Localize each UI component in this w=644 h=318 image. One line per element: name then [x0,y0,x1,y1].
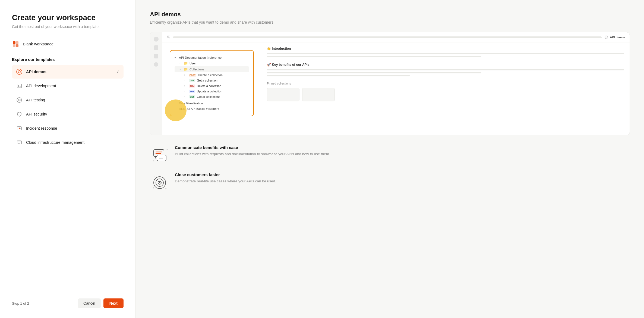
feature-desc-communicate: Build collections with requests and docu… [175,151,330,157]
preview-tree-wrapper: ▾ API Documentation #reference › 📁 User … [162,42,261,135]
yellow-circle-decoration [165,99,187,121]
sparkle-2: ✦ [166,148,168,151]
chevron-del-collection: › [184,85,187,87]
svg-point-15 [605,36,608,39]
method-badge-del: DEL [189,85,195,88]
incident-response-icon [16,125,23,132]
feature-title-close: Close customers faster [175,172,276,177]
tree-label-collections: Collections [190,68,204,71]
blank-workspace-item[interactable]: Blank workspace [12,38,124,51]
feature-title-communicate: Communicate benefits with ease [175,145,330,150]
template-item-api-security[interactable]: API security [12,107,124,121]
folder-icon-user: 📁 [184,61,188,65]
method-badge-get-all: GET [189,95,195,98]
api-testing-icon [16,96,23,104]
feature-text-close: Close customers faster Demonstrate real-… [175,172,276,184]
tree-label-user: User [190,62,196,65]
feature-icon-close: ✦ ✦ ✦ [150,172,169,192]
cloud-infrastructure-icon [16,139,23,146]
chevron-get-all: › [184,95,187,98]
template-label-incident-response: Incident response [26,126,57,130]
svg-point-27 [159,181,160,183]
template-item-cloud-infrastructure[interactable]: Cloud infrastructure management [12,136,124,149]
tree-section-api-doc: ▾ API Documentation #reference [175,55,249,60]
preview-main: API demos ▾ API Documentation #reference [162,32,630,135]
tree-item-put-collection: › PUT Update a collection [175,89,249,94]
tree-item-post-create: › POST Create a collection [175,72,249,78]
tree-label-create-collection: Create a collection [198,73,223,77]
preview-right-content: 👋 Introduction 🚀 Key benefits of our API… [261,42,630,135]
chevron-collections: ▾ [179,68,182,71]
svg-point-13 [168,36,169,37]
page-title: Create your workspace [12,13,124,22]
template-item-api-development[interactable]: API development [12,79,124,93]
tree-item-data-viz: › Data Visualization [175,101,249,106]
preview-sidebar-icon-people [154,37,159,42]
sparkle-5: ✦ [153,187,154,189]
tree-item-del-collection: › DEL Delete a collection [175,83,249,89]
template-item-api-demos[interactable]: API demos ✓ [12,65,124,79]
tree-label-put-collection: Update a collection [197,90,222,93]
svg-rect-1 [16,41,18,44]
preview-line-intro-1 [267,53,624,54]
chevron-user: › [179,62,182,65]
template-detail-title: API demos [150,11,630,18]
preview-topbar-left [166,35,602,39]
template-label-api-development: API development [26,84,56,88]
close-customers-icon-svg: ✦ ✦ ✦ [151,173,169,191]
svg-rect-3 [16,44,18,47]
template-item-incident-response[interactable]: Incident response [12,121,124,135]
folder-icon-collections: 📁 [184,67,188,71]
preview-section-key-benefits-title: 🚀 Key benefits of our APIs [267,63,624,67]
svg-point-4 [17,69,22,74]
svg-point-16 [605,37,606,37]
left-footer: Step 1 of 2 Cancel Next [12,292,124,308]
svg-rect-21 [157,155,166,161]
tree-label-get-all-collections: Get all collections [197,95,220,98]
blank-workspace-icon [12,40,20,48]
pinned-card-2 [302,88,335,101]
preview-line-kb-3 [267,75,410,76]
method-badge-post: POST [189,74,196,77]
svg-rect-2 [13,44,15,47]
step-label: Step 1 of 2 [12,301,29,305]
preview-content-row: ▾ API Documentation #reference › 📁 User … [162,42,630,135]
template-label-api-testing: API testing [26,98,45,102]
pinned-cards [267,88,624,101]
preview-section-intro-title: 👋 Introduction [267,47,624,51]
svg-point-14 [169,36,170,37]
preview-sidebar [150,32,162,135]
api-security-icon [16,111,23,118]
svg-point-8 [19,99,20,100]
tree-item-get-all-collections: › GET Get all collections [175,94,249,99]
tree-label-del-collection: Delete a collection [197,84,221,88]
preview-sidebar-icon-trash [154,45,158,50]
footer-buttons: Cancel Next [78,298,124,308]
chevron-post-create: › [184,74,187,76]
tree-label-get-collection: Get a collection [197,79,217,82]
feature-desc-close: Demonstrate real-life use cases where yo… [175,179,276,184]
template-item-api-testing[interactable]: API testing [12,93,124,107]
svg-point-10 [19,128,20,129]
template-detail-description: Efficiently organize APIs that you want … [150,20,630,24]
sparkle-4: ✦ [165,188,167,189]
svg-rect-0 [13,41,15,44]
template-label-api-demos: API demos [26,70,46,74]
preview-section-intro: 👋 Introduction [267,47,624,57]
sparkle-1: ✦ [152,160,154,162]
features-section: ✦ ✦ Communicate benefits with ease Build… [150,145,630,192]
blank-workspace-label: Blank workspace [23,42,53,46]
page-subtitle: Get the most out of your workspace with … [12,24,124,29]
template-label-cloud-infrastructure: Cloud infrastructure management [26,140,84,145]
preview-line-intro-2 [267,56,481,57]
preview-container: API demos ▾ API Documentation #reference [150,32,630,135]
cancel-button[interactable]: Cancel [78,298,101,308]
next-button[interactable]: Next [103,298,124,308]
method-badge-put: PUT [189,90,195,93]
template-label-api-security: API security [26,112,47,116]
preview-line-kb-1 [267,69,624,70]
explore-label: Explore our templates [12,57,124,62]
topbar-search-bar [173,36,602,38]
preview-section-pinned: Pinned collections [267,82,624,101]
svg-rect-5 [17,84,21,88]
